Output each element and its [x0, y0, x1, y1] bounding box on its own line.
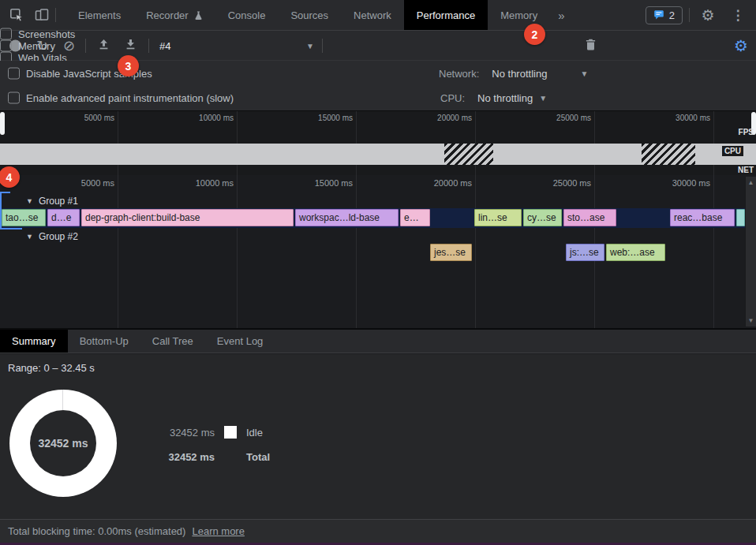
- legend-row: 32452 ms Total: [158, 448, 270, 465]
- chevron-down-icon: ▼: [306, 41, 314, 50]
- timeline-event-bar[interactable]: jes…se: [430, 244, 472, 261]
- advanced-paint-checkbox[interactable]: Enable advanced paint instrumentation (s…: [8, 92, 234, 104]
- checkbox-label: Enable advanced paint instrumentation (s…: [26, 92, 234, 104]
- timeline-event-bar[interactable]: reac…base: [670, 209, 735, 226]
- panel-tab[interactable]: Performance: [404, 0, 488, 30]
- timeline-overview[interactable]: 5000 ms10000 ms15000 ms20000 ms25000 ms3…: [0, 110, 756, 176]
- kebab-menu-icon[interactable]: ⋮: [726, 4, 750, 26]
- timeline-event-label: web:…ase: [610, 247, 655, 258]
- timeline-event-bar[interactable]: js:…se: [566, 244, 604, 261]
- timeline-event-bar[interactable]: tao…se: [2, 209, 46, 226]
- legend-label: Idle: [246, 427, 263, 439]
- cpu-throttling-select[interactable]: CPU: No throttling ▼: [440, 92, 547, 104]
- timeline-event-bar[interactable]: web:…ase: [606, 244, 665, 261]
- profile-select[interactable]: #4 ▼: [159, 39, 314, 51]
- overview-left-handle[interactable]: [0, 112, 5, 135]
- checkbox-box: [0, 28, 12, 39]
- donut-slice-boundary: [62, 390, 63, 410]
- timeline-event-bar[interactable]: [736, 209, 745, 226]
- settings-gear-icon[interactable]: ⚙: [696, 4, 720, 26]
- overview-cpu-band: [0, 144, 756, 165]
- issues-chat-icon: [653, 9, 664, 21]
- trash-icon[interactable]: [586, 39, 596, 53]
- toolbar-checkbox[interactable]: Memory: [0, 39, 75, 51]
- legend-row: 32452 ms Idle: [158, 424, 270, 441]
- timeline-event-label: tao…se: [6, 212, 38, 223]
- details-tabbar: Summary Bottom-Up Call Tree Event Log: [0, 328, 756, 353]
- tutorial-badge-3[interactable]: 3: [118, 55, 139, 77]
- overview-tick-label: 30000 ms: [676, 114, 713, 122]
- network-value: No throttling: [492, 68, 547, 80]
- checkbox-box: [8, 92, 20, 104]
- panel-tab[interactable]: Network: [341, 0, 404, 30]
- panel-tabs: Elements Recorder Console: [65, 0, 550, 30]
- profile-select-value: #4: [159, 39, 170, 51]
- timeline-event-bar[interactable]: sto…ase: [563, 209, 616, 226]
- selection-bracket-top: [0, 192, 10, 193]
- details-tab[interactable]: Event Log: [205, 330, 275, 353]
- timeline-event-bar[interactable]: dep-graph-client:build-base: [81, 209, 294, 226]
- network-throttling-select[interactable]: Network: No throttling ▼: [439, 68, 588, 80]
- timeline-tick-label: 10000 ms: [196, 178, 237, 188]
- checkbox-label: Memory: [18, 39, 55, 51]
- timeline-event-label: reac…base: [674, 212, 722, 223]
- checkbox-box: [0, 39, 12, 51]
- divider: [85, 39, 86, 53]
- details-tab[interactable]: Summary: [0, 330, 68, 353]
- save-profile-icon[interactable]: [125, 39, 137, 53]
- chevron-down-icon: ▼: [539, 94, 547, 103]
- panel-tab-label: Recorder: [146, 9, 188, 21]
- total-blocking-time-text: Total blocking time: 0.00ms (estimated): [8, 525, 185, 537]
- flask-icon: [194, 10, 203, 21]
- capture-options: Disable JavaScript samples Network: No t…: [0, 61, 756, 111]
- scroll-up-icon[interactable]: ▲: [746, 179, 756, 186]
- cpu-idle-hatch: [444, 144, 493, 165]
- load-profile-icon[interactable]: [98, 39, 110, 53]
- timeline-event-label: cy…se: [527, 212, 556, 223]
- vertical-scrollbar[interactable]: ▲ ▼: [745, 177, 756, 327]
- panel-tab-label: Performance: [417, 9, 475, 21]
- group1-header[interactable]: ▼ Group #1: [0, 194, 78, 208]
- timeline-event-bar[interactable]: d…e: [47, 209, 80, 226]
- panel-tab-label: Sources: [290, 9, 328, 21]
- details-tab[interactable]: Call Tree: [140, 330, 205, 353]
- capture-settings-gear-icon[interactable]: ⚙: [734, 38, 748, 54]
- summary-donut-chart: 32452 ms: [9, 390, 117, 497]
- device-toolbar-icon[interactable]: [30, 4, 54, 26]
- range-label: Range: 0 – 32.45 s: [8, 362, 95, 374]
- group1-label: Group #1: [39, 196, 78, 207]
- panel-tab-label: Console: [228, 9, 266, 21]
- timeline-event-bar[interactable]: lin…se: [474, 209, 522, 226]
- checkbox-label: Screenshots: [18, 28, 75, 39]
- details-tab[interactable]: Bottom-Up: [68, 330, 140, 353]
- timeline-event-bar[interactable]: cy…se: [523, 209, 562, 226]
- divider: [148, 39, 149, 53]
- summary-legend: 32452 ms Idle 32452 ms Total: [158, 424, 270, 472]
- panel-tab[interactable]: Elements: [65, 0, 133, 30]
- panel-tab[interactable]: Recorder: [133, 0, 215, 30]
- scroll-down-icon[interactable]: ▼: [746, 317, 756, 324]
- details-tab-label: Call Tree: [152, 335, 193, 347]
- devtools-window: Elements Recorder Console: [0, 0, 756, 545]
- main-tabbar: Elements Recorder Console: [0, 0, 756, 31]
- timeline-tick-label: 15000 ms: [315, 178, 356, 188]
- network-label: Network:: [439, 68, 479, 80]
- flame-chart[interactable]: 5000 ms10000 ms15000 ms20000 ms25000 ms3…: [0, 175, 756, 328]
- panel-tab[interactable]: Sources: [278, 0, 341, 30]
- legend-value: 32452 ms: [158, 451, 215, 463]
- timeline-event-label: dep-graph-client:build-base: [85, 212, 200, 223]
- group2-header[interactable]: ▼ Group #2: [0, 230, 78, 244]
- cpu-value: No throttling: [477, 92, 533, 104]
- timeline-tick-label: 20000 ms: [434, 178, 475, 188]
- toolbar-checkbox[interactable]: Screenshots: [0, 28, 75, 39]
- divider: [322, 39, 323, 53]
- panel-tab[interactable]: Console: [215, 0, 279, 30]
- tutorial-badge-2[interactable]: 2: [524, 24, 545, 45]
- toolbar-checkboxes: Screenshots Memory Web Vitals: [0, 28, 75, 63]
- inspect-element-icon[interactable]: [5, 4, 28, 26]
- learn-more-link[interactable]: Learn more: [192, 525, 244, 537]
- timeline-event-bar[interactable]: e…: [400, 209, 430, 226]
- more-tabs-button[interactable]: »: [550, 9, 572, 22]
- timeline-event-bar[interactable]: workspac…ld-base: [295, 209, 399, 226]
- issues-counter[interactable]: 2: [646, 6, 683, 24]
